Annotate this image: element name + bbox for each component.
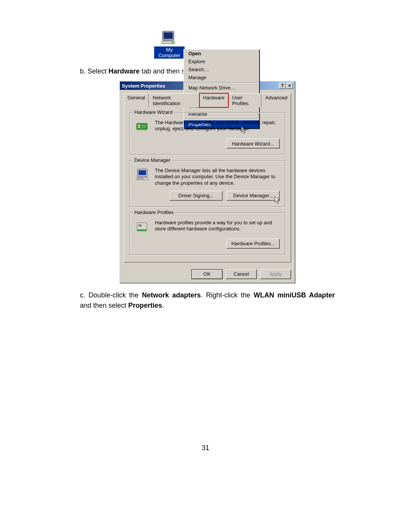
svg-rect-9 xyxy=(137,129,147,131)
menu-explore[interactable]: Explore xyxy=(184,58,259,66)
svg-rect-13 xyxy=(137,178,143,179)
svg-rect-7 xyxy=(141,125,146,126)
svg-rect-11 xyxy=(139,170,146,175)
group-device-manager: Device Manager The Device Manager lists … xyxy=(129,160,285,207)
legend-hardware-profiles: Hardware Profiles xyxy=(133,209,175,215)
svg-rect-8 xyxy=(141,126,146,127)
hardware-wizard-button[interactable]: Hardware Wizard... xyxy=(226,139,280,149)
driver-signing-button[interactable]: Driver Signing... xyxy=(169,191,223,201)
hardware-wizard-text: The Hardware wizard helps you install, u… xyxy=(155,120,280,134)
ok-button[interactable]: OK xyxy=(191,269,223,279)
tab-hardware[interactable]: Hardware xyxy=(199,93,228,107)
svg-rect-5 xyxy=(138,125,140,126)
tab-network-id[interactable]: Network Identification xyxy=(149,93,199,107)
hardware-profiles-text: Hardware profiles provide a way for you … xyxy=(155,220,280,234)
tab-panel: Hardware Wizard The Hardware wizard help… xyxy=(124,107,291,262)
help-button[interactable]: ? xyxy=(279,83,286,89)
menu-map-drive[interactable]: Map Network Drive… xyxy=(184,84,259,92)
svg-rect-1 xyxy=(164,32,173,39)
tab-user-profiles[interactable]: User Profiles xyxy=(228,93,261,107)
legend-device-manager: Device Manager xyxy=(133,157,172,163)
dialog-title: System Properties xyxy=(122,83,165,89)
menu-search[interactable]: Search… xyxy=(184,66,259,73)
svg-rect-16 xyxy=(139,224,142,227)
menu-separator xyxy=(185,82,258,83)
close-button[interactable]: × xyxy=(286,83,293,89)
svg-rect-3 xyxy=(172,42,174,43)
cancel-button[interactable]: Cancel xyxy=(226,269,257,279)
monitor-icon xyxy=(135,168,150,182)
apply-button[interactable]: Apply xyxy=(260,269,291,279)
cursor-icon xyxy=(274,196,281,204)
device-manager-button[interactable]: Device Manager... xyxy=(226,191,280,201)
legend-hardware-wizard: Hardware Wizard xyxy=(133,109,174,115)
hardware-profiles-button[interactable]: Hardware Profiles... xyxy=(226,239,280,249)
my-computer-label: My Computer xyxy=(154,46,185,59)
svg-rect-6 xyxy=(138,126,140,128)
menu-manage[interactable]: Manage xyxy=(184,73,259,81)
instruction-c: c. Double-click the Network adapters. Ri… xyxy=(80,290,335,311)
contextmenu-figure: My Computer Open Explore Search… Manage … xyxy=(154,30,261,59)
page-number: 31 xyxy=(0,444,411,452)
bottom-buttons: OK Cancel Apply xyxy=(120,267,295,283)
profile-icon xyxy=(135,220,150,234)
tab-general[interactable]: General xyxy=(124,93,149,107)
tabstrip: General Network Identification Hardware … xyxy=(124,93,291,107)
my-computer-icon[interactable]: My Computer xyxy=(154,30,185,59)
svg-rect-14 xyxy=(137,223,147,230)
group-hardware-profiles: Hardware Profiles Hardware profiles prov… xyxy=(129,212,285,255)
menu-open[interactable]: Open xyxy=(184,50,259,58)
device-manager-text: The Device Manager lists all the hardwar… xyxy=(155,168,280,186)
svg-rect-15 xyxy=(137,230,147,231)
card-icon xyxy=(135,120,150,134)
group-hardware-wizard: Hardware Wizard The Hardware wizard help… xyxy=(129,112,285,155)
tab-advanced[interactable]: Advanced xyxy=(261,93,291,107)
computer-icon xyxy=(161,30,178,46)
